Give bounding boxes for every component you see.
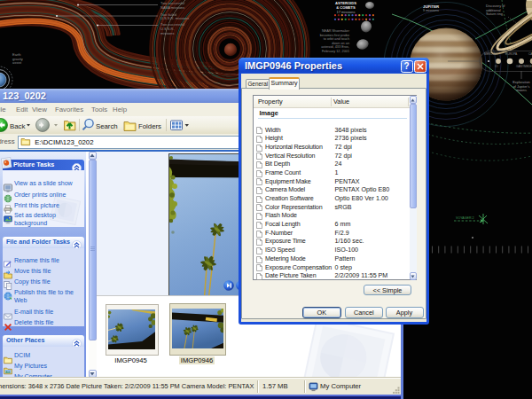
svg-text:U.S.S.R. missions: U.S.S.R. missions <box>160 16 189 20</box>
svg-text:becomes first probe: becomes first probe <box>320 34 349 37</box>
svg-text:VOYAGER 2: VOYAGER 2 <box>456 216 474 220</box>
svg-text:to orbit and touch: to orbit and touch <box>324 37 349 41</box>
svg-text:moons: moons <box>516 88 527 92</box>
svg-text:9 missions: 9 missions <box>423 9 439 12</box>
svg-text:asteroid, 433 Eros,: asteroid, 433 Eros, <box>321 45 349 49</box>
svg-text:CALLISTO: CALLISTO <box>528 52 532 56</box>
svg-text:Folders: Folders <box>138 122 161 130</box>
svg-text:February 12, 2001: February 12, 2001 <box>322 50 349 53</box>
svg-text:Search: Search <box>96 122 118 130</box>
svg-text:17 missions: 17 missions <box>336 10 355 14</box>
svg-text:MERCURY: MERCURY <box>484 52 499 56</box>
svg-text:GANYMEDE: GANYMEDE <box>516 65 532 68</box>
svg-text:down on an: down on an <box>332 42 349 45</box>
svg-text:Back: Back <box>10 122 25 130</box>
svg-text:JUPITER: JUPITER <box>423 4 440 9</box>
svg-text:assist: assist <box>12 60 22 65</box>
svg-text:IO: IO <box>495 65 498 68</box>
svg-text:missions: missions <box>160 31 175 35</box>
svg-text:NASA missions: NASA missions <box>160 5 184 10</box>
svg-text:Saturn ring: Saturn ring <box>486 12 503 16</box>
svg-text:NEAR Shoemaker: NEAR Shoemaker <box>322 29 350 33</box>
svg-text:EUROPA: EUROPA <box>505 52 518 56</box>
